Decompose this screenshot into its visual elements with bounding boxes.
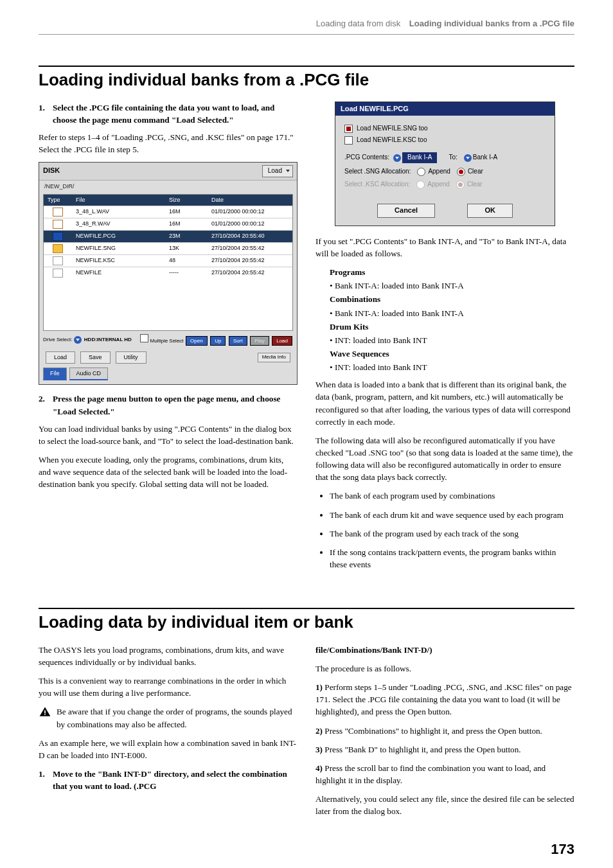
ksc-alloc-clear: Clear	[456, 180, 483, 190]
open-button[interactable]: Open	[186, 336, 208, 346]
body-text: You can load individual banks by using "…	[39, 423, 298, 447]
body-text: This is a convenient way to rearrange co…	[39, 675, 298, 699]
rule	[39, 66, 574, 67]
checkbox-icon[interactable]	[140, 334, 148, 342]
bullet-list: The bank of each program used by combina…	[315, 490, 574, 571]
file-type-icon	[53, 244, 63, 253]
running-head-right: Loading individual banks from a .PCG fil…	[409, 19, 574, 28]
bottom-utility-button[interactable]: Utility	[116, 351, 147, 364]
file-date: 27/10/2004 20:55:42	[208, 243, 292, 254]
file-name: 3_48_R.WAV	[72, 218, 165, 229]
dialog-title: Load NEWFILE.PCG	[335, 102, 555, 116]
tab-file[interactable]: File	[43, 368, 67, 380]
file-row[interactable]: NEWFILE.KSC4827/10/2004 20:55:42	[44, 254, 292, 267]
body-text: The following data will also be reconfig…	[315, 434, 574, 484]
file-row[interactable]: NEWFILE-----27/10/2004 20:55:42	[44, 267, 292, 279]
bullet-item: • Bank INT-A: loaded into Bank INT-A	[330, 307, 574, 319]
heading-2: Loading data by individual item or bank	[39, 610, 574, 635]
ok-button[interactable]: OK	[467, 204, 513, 218]
body-text: 3) Press "Bank D" to highlight it, and p…	[315, 743, 574, 756]
file-date: 27/10/2004 20:55:42	[208, 255, 292, 266]
file-row[interactable]: 3_48_R.WAV16M01/01/2000 00:00:12	[44, 218, 292, 230]
bottom-save-button[interactable]: Save	[80, 351, 111, 364]
body-text: Alternatively, you could select any file…	[315, 793, 574, 817]
file-type-icon	[53, 220, 63, 229]
load-ksc-too[interactable]: Load NEWFILE.KSC too	[344, 136, 546, 145]
alert-icon	[39, 705, 51, 718]
ksc-alloc-append: Append	[416, 180, 449, 190]
bottom-load-button[interactable]: Load	[46, 351, 75, 364]
disk-load-panel: DISK Load /NEW_DIR/ Type File Size Date …	[39, 162, 298, 385]
file-date: 01/01/2000 00:00:12	[208, 206, 292, 217]
file-type-icon	[53, 269, 63, 278]
pcg-contents-popup[interactable]: Bank I-A	[393, 152, 437, 163]
file-size: 23M	[165, 231, 208, 242]
sng-alloc-clear[interactable]: Clear	[457, 167, 483, 177]
step-cont: file/Combinations/Bank INT-D/)	[315, 644, 574, 656]
play-button[interactable]: Play	[250, 336, 269, 346]
heading-1: Loading individual banks from a .PCG fil…	[39, 68, 574, 93]
sort-button[interactable]: Sort	[229, 336, 247, 346]
file-name: NEWFILE.KSC	[72, 255, 165, 266]
radio-icon[interactable]	[457, 168, 465, 176]
path-display: /NEW_DIR/	[39, 181, 297, 193]
ksc-alloc-label: Select .KSC Allocation:	[344, 180, 410, 190]
chevron-down-icon[interactable]	[393, 154, 401, 162]
file-name: NEWFILE	[72, 267, 165, 278]
file-size: 13K	[165, 243, 208, 254]
sng-alloc-label: Select .SNG Allocation:	[344, 167, 411, 177]
list-item: If the song contains track/pattern event…	[330, 546, 574, 571]
radio-icon[interactable]	[417, 168, 425, 176]
checkbox-icon[interactable]	[344, 125, 353, 133]
file-date: 27/10/2004 20:55:40	[208, 231, 292, 242]
running-head: Loading data from disk Loading individua…	[39, 18, 574, 35]
body-text: 1) Perform steps 1–5 under "Loading .PCG…	[315, 681, 574, 718]
file-row[interactable]: 3_48_L.WAV16M01/01/2000 00:00:12	[44, 206, 292, 218]
step-text: Press the page menu button to open the p…	[53, 393, 298, 417]
file-row[interactable]: NEWFILE.PCG23M27/10/2004 20:55:40	[44, 230, 292, 242]
file-type-icon	[53, 208, 63, 217]
body-text: 4) Press the scroll bar to find the comb…	[315, 762, 574, 786]
file-date: 01/01/2000 00:00:12	[208, 218, 292, 229]
file-name: 3_48_L.WAV	[72, 206, 165, 217]
to-label: To:	[449, 153, 457, 163]
subhead: Wave Sequences	[330, 348, 574, 360]
sng-alloc-append[interactable]: Append	[417, 167, 450, 177]
checkbox-icon[interactable]	[344, 136, 353, 145]
load-menu-button[interactable]: Load	[262, 165, 293, 177]
body-text: When data is loaded into a bank that is …	[315, 378, 574, 428]
file-table: Type File Size Date 3_48_L.WAV16M01/01/2…	[43, 194, 293, 331]
to-popup[interactable]: Bank I-A	[464, 153, 497, 163]
file-size: 48	[165, 255, 208, 266]
col-size: Size	[165, 195, 208, 206]
file-size: 16M	[165, 218, 208, 229]
load-button[interactable]: Load	[272, 336, 292, 346]
running-head-left: Loading data from disk	[316, 19, 401, 28]
cancel-button[interactable]: Cancel	[377, 204, 435, 218]
col-date: Date	[208, 195, 292, 206]
load-sng-too[interactable]: Load NEWFILE.SNG too	[344, 124, 546, 134]
rule	[39, 608, 574, 609]
step-number: 2.	[39, 393, 53, 417]
tab-audio-cd[interactable]: Audio CD	[69, 368, 109, 380]
multiple-select[interactable]: Multiple Select Open Up Sort Play Load	[140, 334, 293, 346]
body-text: If you set ".PCG Contents" to Bank INT-A…	[315, 235, 574, 260]
chevron-down-icon[interactable]	[464, 154, 472, 162]
up-button[interactable]: Up	[210, 336, 226, 346]
list-item: The bank of the program used by each tra…	[330, 527, 574, 540]
file-name: NEWFILE.PCG	[72, 231, 165, 242]
body-text: The OASYS lets you load programs, combin…	[39, 644, 298, 668]
subhead: Combinations	[330, 293, 574, 305]
list-item: The bank of each program used by combina…	[330, 490, 574, 502]
file-row[interactable]: NEWFILE.SNG13K27/10/2004 20:55:42	[44, 242, 292, 254]
radio-icon	[416, 181, 425, 189]
load-dialog: Load NEWFILE.PCG Load NEWFILE.SNG too Lo…	[335, 102, 555, 226]
media-info-button[interactable]: Media Info	[258, 353, 290, 362]
drive-select[interactable]: Drive Select: HDD:INTERNAL HD	[43, 336, 132, 344]
radio-icon	[456, 181, 465, 189]
drive-select-popup-icon[interactable]	[74, 336, 82, 344]
body-text: As an example here, we will explain how …	[39, 737, 298, 761]
body-text: 2) Press "Combinations" to highlight it,…	[315, 725, 574, 737]
step-number: 1.	[39, 768, 53, 792]
body-text: Refer to steps 1–4 of "Loading .PCG, .SN…	[39, 131, 298, 155]
